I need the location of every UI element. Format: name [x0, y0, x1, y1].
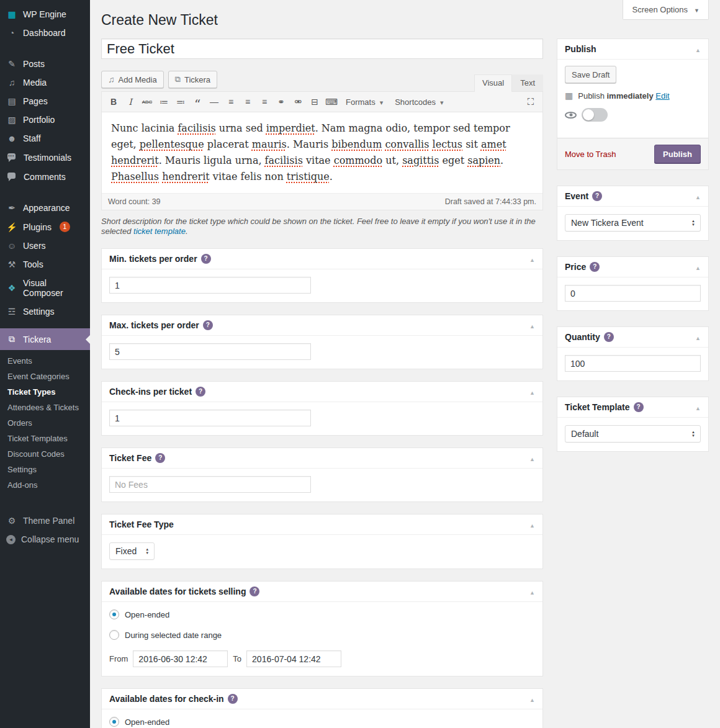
read-more-button[interactable]: ⊟	[307, 94, 323, 110]
collapse-arrow-icon[interactable]	[529, 587, 535, 596]
collapse-arrow-icon[interactable]	[695, 403, 701, 412]
editor-content[interactable]: Nunc lacinia facilisis urna sed imperdie…	[102, 112, 542, 193]
horizontal-rule-button[interactable]: —	[206, 94, 222, 110]
distraction-free-button[interactable]	[523, 94, 539, 110]
collapse-arrow-icon[interactable]	[529, 694, 535, 704]
metabox-header[interactable]: Ticket Fee Type	[102, 515, 542, 535]
radio-selected-icon[interactable]	[109, 717, 119, 727]
event-select[interactable]: New Tickera Event	[565, 214, 701, 231]
sidebar-item-plugins[interactable]: ⚡ Plugins 1	[0, 217, 90, 236]
metabox-header[interactable]: Check-ins per ticket ?	[102, 382, 542, 402]
sidebar-item-appearance[interactable]: ✒ Appearance	[0, 199, 90, 217]
metabox-header[interactable]: Min. tickets per order ?	[102, 249, 542, 269]
sidebar-item-theme-panel[interactable]: ⚙ Theme Panel	[0, 511, 90, 530]
publish-button[interactable]: Publish	[654, 145, 701, 163]
visibility-toggle[interactable]	[582, 108, 608, 122]
collapse-arrow-icon[interactable]	[695, 192, 701, 201]
fee-type-select[interactable]: Fixed	[109, 542, 155, 560]
sidebar-subitem-add-ons[interactable]: Add-ons	[0, 477, 90, 493]
bulleted-list-button[interactable]: ≔	[156, 94, 172, 110]
sidebar-item-tools[interactable]: ⚒ Tools	[0, 255, 90, 274]
strikethrough-button[interactable]: ABC	[139, 94, 155, 110]
price-input[interactable]	[565, 285, 701, 302]
help-icon[interactable]: ?	[590, 262, 600, 272]
save-draft-button[interactable]: Save Draft	[565, 66, 616, 83]
help-icon[interactable]: ?	[201, 254, 211, 264]
help-icon[interactable]: ?	[250, 586, 259, 596]
sell-from-date-input[interactable]	[133, 650, 228, 667]
sidebar-subitem-ticket-types[interactable]: Ticket Types	[0, 384, 90, 400]
radio-selected-icon[interactable]	[109, 609, 119, 619]
italic-button[interactable]: I	[122, 94, 138, 110]
collapse-arrow-icon[interactable]	[529, 454, 535, 463]
align-left-button[interactable]: ≡	[223, 94, 239, 110]
sidebar-subitem-settings[interactable]: Settings	[0, 462, 90, 477]
help-icon[interactable]: ?	[228, 694, 238, 704]
ticket-title-input[interactable]	[101, 38, 543, 59]
sell-to-date-input[interactable]	[246, 650, 341, 667]
sidebar-item-pages[interactable]: ▤ Pages	[0, 92, 90, 110]
help-icon[interactable]: ?	[592, 191, 602, 201]
ticket-fee-input[interactable]	[109, 476, 311, 493]
sidebar-item-settings[interactable]: ☲ Settings	[0, 302, 90, 321]
metabox-header[interactable]: Ticket Template ?	[557, 397, 708, 418]
collapse-arrow-icon[interactable]	[695, 263, 701, 272]
align-center-button[interactable]: ≡	[240, 94, 256, 110]
sidebar-item-staff[interactable]: ☻ Staff	[0, 129, 90, 148]
sidebar-item-testimonials[interactable]: Testimonials	[0, 148, 90, 167]
collapse-arrow-icon[interactable]	[529, 520, 535, 529]
toolbar-toggle-button[interactable]: ⌨	[323, 94, 340, 110]
tab-text[interactable]: Text	[512, 74, 543, 91]
collapse-arrow-icon[interactable]	[695, 45, 701, 54]
remove-link-button[interactable]: ⚮	[290, 94, 306, 110]
edit-schedule-link[interactable]: Edit	[655, 91, 669, 101]
add-media-button[interactable]: Add Media	[101, 71, 164, 88]
help-icon[interactable]: ?	[155, 453, 165, 463]
open-ended-option[interactable]: Open-ended	[109, 717, 535, 727]
metabox-header[interactable]: Price ?	[557, 257, 708, 277]
sidebar-subitem-attendees-tickets[interactable]: Attendees & Tickets	[0, 400, 90, 415]
sidebar-subitem-discount-codes[interactable]: Discount Codes	[0, 446, 90, 462]
min-tickets-input[interactable]	[109, 277, 311, 294]
help-icon[interactable]: ?	[634, 402, 644, 412]
sidebar-subitem-orders[interactable]: Orders	[0, 415, 90, 431]
sidebar-item-collapse-menu[interactable]: ◂ Collapse menu	[0, 530, 90, 549]
ticket-template-select[interactable]: Default	[565, 425, 701, 443]
collapse-arrow-icon[interactable]	[695, 333, 701, 342]
collapse-arrow-icon[interactable]	[529, 321, 535, 330]
checkins-input[interactable]	[109, 410, 311, 426]
sidebar-item-tickera[interactable]: ⧉ Tickera	[0, 328, 90, 350]
metabox-header[interactable]: Publish	[557, 39, 708, 60]
collapse-arrow-icon[interactable]	[529, 387, 535, 397]
sidebar-item-comments[interactable]: Comments	[0, 167, 90, 186]
open-ended-option[interactable]: Open-ended	[109, 609, 535, 619]
shortcodes-dropdown[interactable]: Shortcodes	[389, 94, 449, 110]
sidebar-item-posts[interactable]: ✎ Posts	[0, 55, 90, 73]
help-icon[interactable]: ?	[203, 320, 213, 330]
quantity-input[interactable]	[565, 355, 701, 372]
sidebar-item-media[interactable]: ♫ Media	[0, 73, 90, 92]
screen-options-button[interactable]: Screen Options	[623, 0, 709, 20]
sidebar-subitem-ticket-templates[interactable]: Ticket Templates	[0, 431, 90, 446]
metabox-header[interactable]: Quantity ?	[557, 327, 708, 348]
sidebar-item-visual-composer[interactable]: ❖ Visual Composer	[0, 274, 90, 302]
ticket-template-link[interactable]: ticket template	[133, 227, 186, 236]
align-right-button[interactable]: ≡	[256, 94, 272, 110]
tickera-shortcode-button[interactable]: Tickera	[168, 71, 217, 88]
max-tickets-input[interactable]	[109, 343, 311, 360]
move-to-trash-link[interactable]: Move to Trash	[565, 150, 616, 159]
metabox-header[interactable]: Available dates for tickets selling ?	[102, 582, 542, 602]
blockquote-button[interactable]: “	[189, 94, 205, 110]
bold-button[interactable]: B	[106, 94, 122, 110]
metabox-header[interactable]: Event ?	[557, 186, 708, 207]
help-icon[interactable]: ?	[196, 387, 205, 397]
sidebar-item-portfolio[interactable]: ▨ Portfolio	[0, 110, 90, 129]
sidebar-subitem-event-categories[interactable]: Event Categories	[0, 369, 90, 384]
tab-visual[interactable]: Visual	[474, 74, 512, 92]
collapse-arrow-icon[interactable]	[529, 254, 535, 264]
help-icon[interactable]: ?	[604, 332, 614, 342]
sidebar-subitem-events[interactable]: Events	[0, 353, 90, 369]
metabox-header[interactable]: Max. tickets per order ?	[102, 315, 542, 336]
sidebar-item-users[interactable]: ☺ Users	[0, 236, 90, 255]
metabox-header[interactable]: Available dates for check-in ?	[102, 689, 542, 709]
